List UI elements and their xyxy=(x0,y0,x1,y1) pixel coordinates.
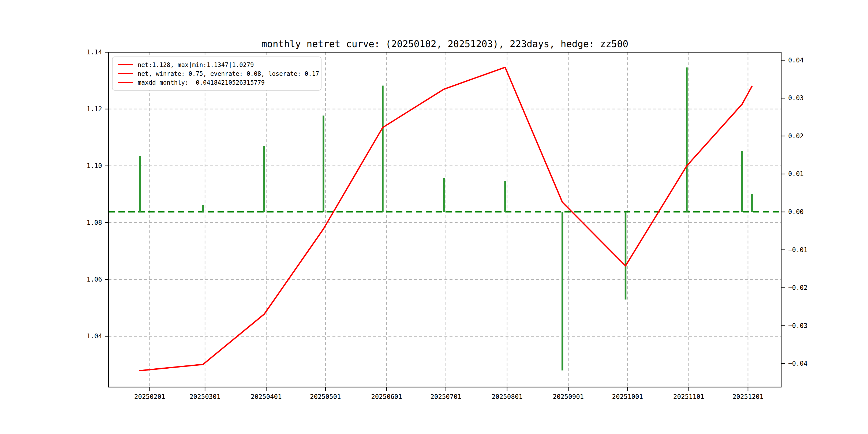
chart-title: monthly netret curve: (20250102, 2025120… xyxy=(108,38,781,49)
legend-item: maxdd_monthly: -0.04184210526315779 xyxy=(116,78,317,87)
right-axis-tick-label: 0.00 xyxy=(788,208,804,216)
legend-line-swatch xyxy=(118,73,133,74)
x-axis-tick-label: 20251201 xyxy=(733,393,764,401)
right-axis-tick-label: −0.01 xyxy=(788,246,807,254)
legend-label: net, winrate: 0.75, evenrate: 0.08, lose… xyxy=(138,70,319,77)
x-axis-tick-label: 20250901 xyxy=(553,393,584,401)
legend-label: maxdd_monthly: -0.04184210526315779 xyxy=(138,79,265,86)
x-axis-tick-label: 20250301 xyxy=(189,393,220,401)
x-axis-tick-label: 20251001 xyxy=(612,393,643,401)
right-axis-tick-label: 0.04 xyxy=(788,57,804,64)
x-axis-tick-label: 20250801 xyxy=(492,393,523,401)
plot-border xyxy=(108,52,781,387)
monthly-return-bar xyxy=(686,67,688,212)
monthly-return-bar xyxy=(202,205,204,212)
x-axis-tick-label: 20250501 xyxy=(310,393,341,401)
net-curve xyxy=(140,67,752,371)
monthly-return-bar xyxy=(625,212,627,300)
left-axis-tick-label: 1.10 xyxy=(87,162,102,169)
right-axis-tick-label: 0.01 xyxy=(788,170,804,178)
left-axis-tick-label: 1.06 xyxy=(87,276,102,283)
left-axis-tick-label: 1.14 xyxy=(87,49,102,56)
monthly-return-bar xyxy=(322,116,324,212)
x-axis-tick-label: 20250201 xyxy=(134,393,165,401)
monthly-return-bar xyxy=(561,212,563,371)
legend-label: net:1.128, max|min:1.1347|1.0279 xyxy=(138,61,254,68)
x-axis-tick-label: 20250701 xyxy=(431,393,462,401)
legend-item: net:1.128, max|min:1.1347|1.0279 xyxy=(116,60,317,69)
legend-line-swatch xyxy=(118,64,133,65)
x-axis-tick-label: 20250601 xyxy=(371,393,402,401)
right-axis-tick-label: −0.03 xyxy=(788,322,807,330)
monthly-return-bar xyxy=(504,181,506,212)
monthly-return-bar xyxy=(139,156,141,212)
legend-item: net, winrate: 0.75, evenrate: 0.08, lose… xyxy=(116,69,317,78)
right-axis-tick-label: −0.04 xyxy=(788,360,807,367)
left-axis-tick-label: 1.04 xyxy=(87,333,102,340)
monthly-return-bar xyxy=(443,178,445,212)
monthly-return-bar xyxy=(751,194,753,212)
right-axis-tick-label: −0.02 xyxy=(788,284,807,291)
x-axis-tick-label: 20251101 xyxy=(673,393,704,401)
legend-line-swatch xyxy=(118,82,133,83)
legend: net:1.128, max|min:1.1347|1.0279net, win… xyxy=(112,57,321,91)
monthly-return-bar xyxy=(264,146,265,212)
left-axis-tick-label: 1.12 xyxy=(87,105,102,113)
left-axis-tick-label: 1.08 xyxy=(87,219,102,226)
figure-canvas: 1.141.121.101.081.061.040.040.030.020.01… xyxy=(0,0,868,434)
monthly-return-bar xyxy=(741,151,743,212)
right-axis-tick-label: 0.03 xyxy=(788,94,804,102)
x-axis-tick-label: 20250401 xyxy=(251,393,282,401)
right-axis-tick-label: 0.02 xyxy=(788,132,804,140)
monthly-return-bar xyxy=(382,86,384,212)
